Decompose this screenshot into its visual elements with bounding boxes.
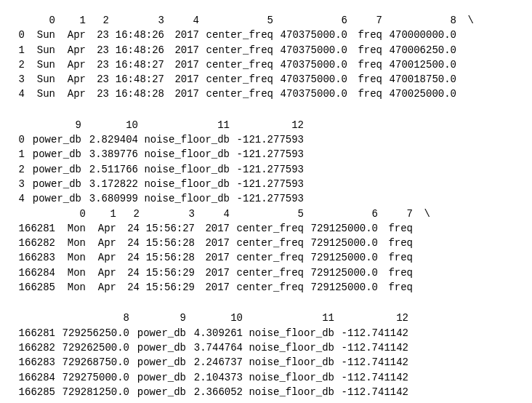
- cell-freq-value: 470018750.0: [384, 72, 458, 87]
- table-row: 166285MonApr2415:56:292017center_freq729…: [9, 280, 523, 295]
- cell-power-db-value: 3.744764: [188, 340, 244, 355]
- cell-noise-floor-label: noise_floor_db: [244, 326, 336, 340]
- continuation-backslash: \: [414, 207, 432, 221]
- table-row: 166284729275000.0power_db2.104373noise_f…: [9, 370, 523, 385]
- cell-freq-value: 729256250.0: [57, 326, 131, 340]
- cell-noise-floor-value: -112.741142: [336, 326, 410, 340]
- row-index: 166285: [9, 280, 57, 295]
- cell-center-freq-label: center_freq: [231, 221, 305, 236]
- cell-power-db-label: power_db: [26, 132, 83, 147]
- col-header-10: 10: [188, 311, 244, 325]
- col-header-5: 5: [201, 13, 275, 28]
- row-index: 166284: [9, 370, 57, 385]
- cell-month: Apr: [87, 236, 118, 250]
- table-row: 2power_db2.511766noise_floor_db-121.2775…: [9, 162, 523, 177]
- cell-day: Sun: [26, 28, 57, 42]
- cell-day: Mon: [57, 221, 87, 236]
- cell-freq-value: 729281250.0: [57, 385, 131, 399]
- cell-power-db-value: 3.172822: [83, 177, 140, 191]
- cell-year: 2017: [166, 43, 201, 57]
- cell-center-freq-value: 470375000.0: [275, 87, 349, 101]
- cell-day: Sun: [26, 72, 57, 87]
- col-header-12: 12: [231, 118, 305, 132]
- cell-noise-floor-value: -112.741142: [336, 385, 410, 399]
- cell-center-freq-label: center_freq: [201, 87, 275, 101]
- cell-year: 2017: [196, 266, 231, 280]
- cell-month: Apr: [57, 43, 87, 57]
- col-header-9: 9: [131, 311, 188, 325]
- col-header-6: 6: [305, 207, 379, 221]
- cell-noise-floor-label: noise_floor_db: [244, 340, 336, 355]
- table-row: 4power_db3.680999noise_floor_db-121.2775…: [9, 191, 523, 206]
- cell-power-db-label: power_db: [131, 370, 188, 385]
- cell-dom: 24: [118, 221, 141, 236]
- cell-month: Apr: [57, 28, 87, 42]
- cell-freq-label: freq: [349, 87, 384, 101]
- col-header-6: 6: [275, 13, 349, 28]
- cell-center-freq-label: center_freq: [231, 250, 305, 265]
- cell-center-freq-value: 470375000.0: [275, 28, 349, 42]
- cell-center-freq-label: center_freq: [201, 72, 275, 87]
- col-header-3: 3: [141, 207, 196, 221]
- cell-power-db-value: 4.309261: [188, 326, 244, 340]
- cell-noise-floor-value: -121.277593: [231, 162, 305, 177]
- cell-center-freq-label: center_freq: [201, 57, 275, 72]
- cell-center-freq-value: 470375000.0: [275, 72, 349, 87]
- row-index: 166281: [9, 326, 57, 340]
- cell-freq-label: freq: [379, 266, 414, 280]
- cell-freq-label: freq: [349, 72, 384, 87]
- cell-day: Sun: [26, 57, 57, 72]
- row-index: 2: [9, 57, 26, 72]
- cell-day: Sun: [26, 43, 57, 57]
- cell-center-freq-value: 729125000.0: [305, 250, 379, 265]
- cell-power-db-label: power_db: [26, 147, 83, 161]
- cell-noise-floor-value: -121.277593: [231, 191, 305, 206]
- cell-time: 15:56:29: [141, 266, 196, 280]
- cell-day: Mon: [57, 266, 87, 280]
- cell-center-freq-label: center_freq: [231, 266, 305, 280]
- cell-center-freq-label: center_freq: [231, 236, 305, 250]
- col-header-7: 7: [379, 207, 414, 221]
- cell-noise-floor-value: -121.277593: [231, 147, 305, 161]
- row-index: 166284: [9, 266, 57, 280]
- cell-dom: 23: [87, 43, 110, 57]
- table-row: 166285729281250.0power_db2.366052noise_f…: [9, 385, 523, 399]
- row-index: 0: [9, 28, 26, 42]
- cell-power-db-label: power_db: [131, 326, 188, 340]
- blank-line: [9, 295, 523, 311]
- table-row: 166281MonApr2415:56:272017center_freq729…: [9, 221, 523, 236]
- cell-noise-floor-value: -112.741142: [336, 355, 410, 370]
- cell-freq-label: freq: [349, 43, 384, 57]
- cell-center-freq-value: 470375000.0: [275, 57, 349, 72]
- row-index: 4: [9, 87, 26, 101]
- col-header-9: 9: [26, 118, 83, 132]
- cell-day: Mon: [57, 250, 87, 265]
- header-row-c: 01234567\: [9, 207, 523, 221]
- cell-noise-floor-value: -121.277593: [231, 177, 305, 191]
- cell-dom: 24: [118, 250, 141, 265]
- col-header-8: 8: [384, 13, 458, 28]
- cell-year: 2017: [196, 221, 231, 236]
- table-row: 166283MonApr2415:56:282017center_freq729…: [9, 250, 523, 265]
- cell-time: 15:56:27: [141, 221, 196, 236]
- col-header-10: 10: [83, 118, 140, 132]
- cell-center-freq-value: 729125000.0: [305, 221, 379, 236]
- cell-dom: 24: [118, 236, 141, 250]
- cell-dom: 23: [87, 72, 110, 87]
- cell-year: 2017: [196, 280, 231, 295]
- blank-line: [9, 102, 523, 118]
- table-row: 166284MonApr2415:56:292017center_freq729…: [9, 266, 523, 280]
- cell-power-db-value: 3.389776: [83, 147, 140, 161]
- cell-center-freq-label: center_freq: [201, 43, 275, 57]
- cell-day: Mon: [57, 236, 87, 250]
- table-row: 0SunApr2316:48:262017center_freq47037500…: [9, 28, 523, 42]
- cell-noise-floor-label: noise_floor_db: [244, 355, 336, 370]
- cell-power-db-value: 2.246737: [188, 355, 244, 370]
- cell-power-db-label: power_db: [26, 162, 83, 177]
- row-index: 166281: [9, 221, 57, 236]
- col-header-1: 1: [57, 13, 87, 28]
- cell-noise-floor-label: noise_floor_db: [140, 191, 231, 206]
- cell-noise-floor-label: noise_floor_db: [140, 132, 231, 147]
- cell-dom: 23: [87, 57, 110, 72]
- cell-year: 2017: [166, 28, 201, 42]
